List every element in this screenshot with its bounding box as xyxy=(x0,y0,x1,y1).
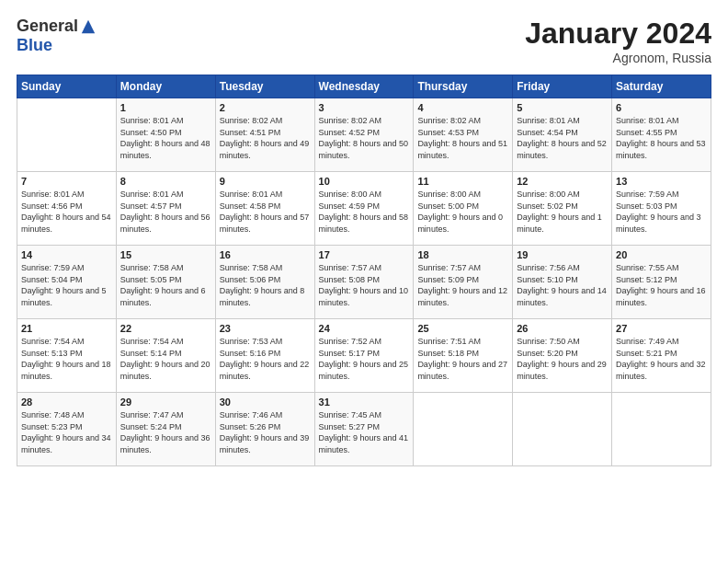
day-number: 24 xyxy=(319,323,410,334)
day-info: Sunrise: 7:46 AMSunset: 5:26 PMDaylight:… xyxy=(220,410,310,454)
col-header-friday: Friday xyxy=(513,75,612,98)
day-info: Sunrise: 7:45 AMSunset: 5:27 PMDaylight:… xyxy=(319,410,409,454)
day-cell: 7Sunrise: 8:01 AMSunset: 4:56 PMDaylight… xyxy=(17,172,117,246)
calendar-table: SundayMondayTuesdayWednesdayThursdayFrid… xyxy=(17,75,711,466)
day-info: Sunrise: 8:00 AMSunset: 5:02 PMDaylight:… xyxy=(517,190,602,234)
day-number: 23 xyxy=(220,323,311,334)
day-number: 21 xyxy=(21,323,112,334)
logo-icon xyxy=(80,18,97,35)
day-number: 13 xyxy=(616,176,707,187)
day-cell xyxy=(513,393,612,466)
day-number: 7 xyxy=(21,176,112,187)
day-info: Sunrise: 8:01 AMSunset: 4:56 PMDaylight:… xyxy=(21,190,111,234)
day-info: Sunrise: 8:00 AMSunset: 5:00 PMDaylight:… xyxy=(417,190,503,234)
day-info: Sunrise: 8:01 AMSunset: 4:57 PMDaylight:… xyxy=(120,190,210,234)
day-info: Sunrise: 8:02 AMSunset: 4:52 PMDaylight:… xyxy=(319,116,409,160)
day-info: Sunrise: 7:48 AMSunset: 5:23 PMDaylight:… xyxy=(21,410,111,454)
day-cell: 30Sunrise: 7:46 AMSunset: 5:26 PMDayligh… xyxy=(215,393,314,466)
day-number: 17 xyxy=(319,249,410,260)
col-header-monday: Monday xyxy=(116,75,215,98)
day-cell: 29Sunrise: 7:47 AMSunset: 5:24 PMDayligh… xyxy=(116,393,215,466)
day-cell: 28Sunrise: 7:48 AMSunset: 5:23 PMDayligh… xyxy=(17,393,117,466)
day-number: 6 xyxy=(616,102,707,113)
day-info: Sunrise: 7:59 AMSunset: 5:04 PMDaylight:… xyxy=(21,263,107,307)
day-cell: 18Sunrise: 7:57 AMSunset: 5:09 PMDayligh… xyxy=(414,246,513,319)
day-number: 8 xyxy=(120,176,211,187)
day-cell xyxy=(414,393,513,466)
day-cell: 20Sunrise: 7:55 AMSunset: 5:12 PMDayligh… xyxy=(612,246,711,319)
day-number: 9 xyxy=(220,176,311,187)
week-row-3: 21Sunrise: 7:54 AMSunset: 5:13 PMDayligh… xyxy=(17,319,711,393)
day-cell: 22Sunrise: 7:54 AMSunset: 5:14 PMDayligh… xyxy=(116,319,215,393)
day-cell: 12Sunrise: 8:00 AMSunset: 5:02 PMDayligh… xyxy=(513,172,612,246)
day-cell: 5Sunrise: 8:01 AMSunset: 4:54 PMDaylight… xyxy=(513,98,612,172)
col-header-saturday: Saturday xyxy=(612,75,711,98)
page: General Blue January 2024 Agronom, Russi… xyxy=(0,0,728,563)
month-title: January 2024 xyxy=(525,17,711,51)
day-cell: 2Sunrise: 8:02 AMSunset: 4:51 PMDaylight… xyxy=(215,98,314,172)
day-number: 30 xyxy=(220,396,311,408)
day-number: 3 xyxy=(319,102,410,113)
day-cell: 8Sunrise: 8:01 AMSunset: 4:57 PMDaylight… xyxy=(116,172,215,246)
day-cell: 23Sunrise: 7:53 AMSunset: 5:16 PMDayligh… xyxy=(215,319,314,393)
day-info: Sunrise: 7:55 AMSunset: 5:12 PMDaylight:… xyxy=(616,263,706,307)
week-row-4: 28Sunrise: 7:48 AMSunset: 5:23 PMDayligh… xyxy=(17,393,711,466)
day-cell: 17Sunrise: 7:57 AMSunset: 5:08 PMDayligh… xyxy=(314,246,414,319)
day-number: 15 xyxy=(120,249,211,260)
day-number: 18 xyxy=(417,249,508,260)
day-cell: 14Sunrise: 7:59 AMSunset: 5:04 PMDayligh… xyxy=(17,246,117,319)
day-info: Sunrise: 7:54 AMSunset: 5:14 PMDaylight:… xyxy=(120,337,210,381)
subtitle: Agronom, Russia xyxy=(525,51,711,65)
day-number: 19 xyxy=(517,249,608,260)
day-number: 1 xyxy=(120,102,211,113)
day-cell: 10Sunrise: 8:00 AMSunset: 4:59 PMDayligh… xyxy=(314,172,414,246)
logo-blue-text: Blue xyxy=(17,36,52,55)
logo: General Blue xyxy=(17,17,97,55)
day-number: 26 xyxy=(517,323,608,334)
day-number: 11 xyxy=(417,176,508,187)
day-cell xyxy=(612,393,711,466)
col-header-tuesday: Tuesday xyxy=(215,75,314,98)
day-number: 31 xyxy=(319,396,410,408)
day-info: Sunrise: 7:50 AMSunset: 5:20 PMDaylight:… xyxy=(517,337,607,381)
day-number: 27 xyxy=(616,323,707,334)
day-cell: 15Sunrise: 7:58 AMSunset: 5:05 PMDayligh… xyxy=(116,246,215,319)
day-info: Sunrise: 7:47 AMSunset: 5:24 PMDaylight:… xyxy=(120,410,210,454)
week-row-1: 7Sunrise: 8:01 AMSunset: 4:56 PMDaylight… xyxy=(17,172,711,246)
day-cell xyxy=(17,98,117,172)
day-cell: 19Sunrise: 7:56 AMSunset: 5:10 PMDayligh… xyxy=(513,246,612,319)
day-number: 29 xyxy=(120,396,211,408)
day-info: Sunrise: 7:59 AMSunset: 5:03 PMDaylight:… xyxy=(616,190,701,234)
day-info: Sunrise: 7:49 AMSunset: 5:21 PMDaylight:… xyxy=(616,337,706,381)
day-info: Sunrise: 7:51 AMSunset: 5:18 PMDaylight:… xyxy=(417,337,507,381)
day-number: 28 xyxy=(21,396,112,408)
day-info: Sunrise: 7:54 AMSunset: 5:13 PMDaylight:… xyxy=(21,337,111,381)
day-cell: 1Sunrise: 8:01 AMSunset: 4:50 PMDaylight… xyxy=(116,98,215,172)
day-info: Sunrise: 8:02 AMSunset: 4:53 PMDaylight:… xyxy=(417,116,507,160)
day-number: 10 xyxy=(319,176,410,187)
day-number: 20 xyxy=(616,249,707,260)
day-info: Sunrise: 7:58 AMSunset: 5:06 PMDaylight:… xyxy=(220,263,305,307)
day-info: Sunrise: 7:57 AMSunset: 5:08 PMDaylight:… xyxy=(319,263,409,307)
header: General Blue January 2024 Agronom, Russi… xyxy=(17,17,711,65)
header-row: SundayMondayTuesdayWednesdayThursdayFrid… xyxy=(17,75,711,98)
day-cell: 16Sunrise: 7:58 AMSunset: 5:06 PMDayligh… xyxy=(215,246,314,319)
day-number: 25 xyxy=(417,323,508,334)
day-cell: 25Sunrise: 7:51 AMSunset: 5:18 PMDayligh… xyxy=(414,319,513,393)
day-number: 16 xyxy=(220,249,311,260)
day-info: Sunrise: 8:01 AMSunset: 4:54 PMDaylight:… xyxy=(517,116,607,160)
day-info: Sunrise: 8:02 AMSunset: 4:51 PMDaylight:… xyxy=(220,116,310,160)
day-cell: 31Sunrise: 7:45 AMSunset: 5:27 PMDayligh… xyxy=(314,393,414,466)
logo-general-text: General xyxy=(17,17,78,36)
day-cell: 21Sunrise: 7:54 AMSunset: 5:13 PMDayligh… xyxy=(17,319,117,393)
day-info: Sunrise: 8:00 AMSunset: 4:59 PMDaylight:… xyxy=(319,190,409,234)
day-number: 2 xyxy=(220,102,311,113)
week-row-0: 1Sunrise: 8:01 AMSunset: 4:50 PMDaylight… xyxy=(17,98,711,172)
day-cell: 13Sunrise: 7:59 AMSunset: 5:03 PMDayligh… xyxy=(612,172,711,246)
day-number: 12 xyxy=(517,176,608,187)
day-number: 22 xyxy=(120,323,211,334)
svg-marker-0 xyxy=(82,19,95,32)
day-info: Sunrise: 7:56 AMSunset: 5:10 PMDaylight:… xyxy=(517,263,607,307)
day-cell: 26Sunrise: 7:50 AMSunset: 5:20 PMDayligh… xyxy=(513,319,612,393)
day-info: Sunrise: 8:01 AMSunset: 4:58 PMDaylight:… xyxy=(220,190,310,234)
